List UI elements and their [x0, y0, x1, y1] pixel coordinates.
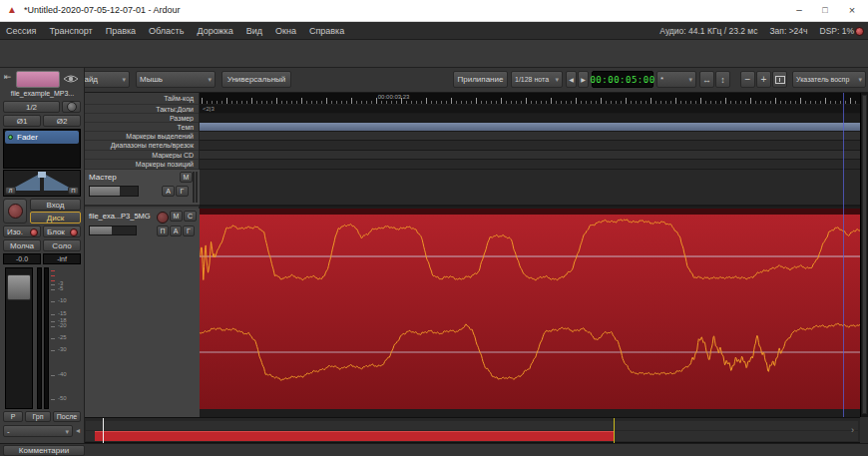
track-p-button[interactable]: П	[157, 226, 169, 236]
ruler-tick	[840, 101, 841, 104]
expand-tracks-h-button[interactable]: ↔	[699, 71, 714, 88]
collapse-strip-icon[interactable]: ◂	[76, 426, 80, 435]
ruler-strip-2[interactable]	[200, 114, 860, 123]
group-button[interactable]: Грп	[25, 411, 51, 422]
ruler-strip-1[interactable]: <2|3	[200, 105, 860, 114]
menu-item-транспорт[interactable]: Транспорт	[49, 26, 92, 36]
ruler-tick	[596, 101, 597, 104]
track-gain-gauge[interactable]	[89, 226, 137, 235]
meter-point-pre-button[interactable]: Р	[3, 411, 23, 422]
ruler-tick	[725, 98, 726, 104]
vertical-scrollbar[interactable]	[860, 93, 868, 417]
ruler-tick	[391, 101, 392, 104]
edit-point-dropdown[interactable]: Мышь▾	[136, 71, 216, 88]
ruler-tick	[246, 101, 247, 104]
session-overview[interactable]: ›	[85, 417, 860, 443]
track-solo-button[interactable]: С	[184, 211, 197, 222]
gain-display[interactable]: -0.0	[3, 253, 41, 264]
zoom-to-session-button[interactable]	[772, 71, 787, 88]
ruler-tick	[341, 101, 342, 104]
gain-fader[interactable]	[5, 267, 33, 409]
pan-control[interactable]: Л П	[3, 170, 81, 197]
snap-button[interactable]: Прилипание	[453, 71, 508, 88]
nudge-back-button[interactable]: ◀	[566, 71, 577, 88]
master-track-name[interactable]: Мастер	[89, 173, 117, 182]
ruler-tick	[655, 101, 656, 104]
ruler-strip-5[interactable]	[200, 141, 860, 151]
monitor-disk-button[interactable]: Диск	[30, 212, 81, 224]
master-a-button[interactable]: А	[162, 186, 175, 197]
overview-scroll-right-icon[interactable]: ›	[851, 425, 854, 435]
ruler-strip-4[interactable]	[200, 132, 860, 141]
ruler-tick	[775, 98, 776, 104]
overview-playhead[interactable]	[103, 418, 104, 444]
grid-dropdown[interactable]: 1/128 нота▾	[511, 71, 563, 88]
master-gain-gauge[interactable]	[89, 186, 139, 197]
pan-left-button[interactable]: Л	[5, 187, 16, 195]
phase-2-button[interactable]: Ø2	[43, 115, 81, 127]
ruler-strip-0[interactable]: 00:00:03:23	[200, 93, 860, 105]
gain-fader-thumb[interactable]	[7, 274, 31, 300]
processor-fader-entry[interactable]: Fader	[5, 131, 79, 144]
smart-mode-button[interactable]: Универсальный	[221, 71, 291, 88]
nudge-clock[interactable]: 00:00:05:00	[592, 71, 653, 88]
monitor-input-button[interactable]: Вход	[30, 199, 81, 211]
meter-point-post-button[interactable]: После	[53, 411, 81, 422]
meter-scale-label: -25	[58, 334, 67, 340]
ruler-strip-6[interactable]	[200, 151, 860, 160]
master-track-lane[interactable]	[200, 170, 860, 207]
eye-icon[interactable]	[63, 73, 79, 85]
ruler-strip-7[interactable]	[200, 160, 860, 170]
close-button[interactable]: ×	[838, 0, 866, 22]
ruler-tick	[790, 101, 791, 104]
audio-track-header[interactable]: file_exa...P3_5MG М С П А Г	[85, 209, 200, 417]
processor-box[interactable]: Fader	[3, 129, 81, 169]
zoom-in-button[interactable]: +	[756, 71, 771, 88]
strip-record-button[interactable]	[3, 199, 27, 224]
menu-item-окна[interactable]: Окна	[275, 26, 296, 36]
strip-mute-button[interactable]: Молча	[3, 239, 41, 251]
pan-right-button[interactable]: П	[68, 187, 79, 195]
zoom-focus-dropdown[interactable]: Указатель воспр▾	[792, 71, 866, 88]
menu-item-вид[interactable]: Вид	[246, 26, 262, 36]
master-track-header[interactable]: Мастер М А Г	[85, 170, 200, 207]
peak-display[interactable]: -inf	[43, 253, 81, 264]
track-color-swatch[interactable]	[16, 71, 60, 88]
isolate-button[interactable]: Изо.	[3, 226, 41, 237]
track-g-button[interactable]: Г	[183, 226, 195, 236]
trim-knob[interactable]	[62, 101, 81, 113]
maximize-button[interactable]: □	[812, 0, 838, 22]
output-dropdown[interactable]: -▾	[3, 425, 73, 437]
menu-item-область[interactable]: Область	[149, 26, 184, 36]
grid-value: 1/128 нота	[515, 76, 549, 83]
zoom-out-button[interactable]: −	[740, 71, 755, 88]
menu-item-правка[interactable]: Правка	[106, 26, 136, 36]
vertical-scrollbar-thumb[interactable]	[862, 95, 867, 414]
ruler-tick	[631, 101, 632, 104]
track-mute-button[interactable]: М	[170, 211, 183, 222]
meter-scale-tick	[51, 301, 55, 302]
phase-1-button[interactable]: Ø1	[3, 115, 41, 127]
io-button[interactable]: 1/2	[3, 101, 60, 113]
track-a-button[interactable]: А	[170, 226, 182, 236]
comments-button[interactable]: Комментарии	[3, 445, 85, 456]
editor-canvas[interactable]	[200, 170, 860, 417]
menu-item-сессия[interactable]: Сессия	[6, 26, 36, 36]
strip-solo-button[interactable]: Соло	[43, 239, 81, 251]
strip-track-name[interactable]: file_example_MP3...	[0, 90, 85, 97]
audio-track-name[interactable]: file_exa...P3_5MG	[89, 212, 151, 221]
track-record-led[interactable]	[157, 212, 169, 224]
dock-icon[interactable]: ⇤	[4, 72, 12, 82]
minimize-button[interactable]: –	[786, 0, 812, 22]
lock-button[interactable]: Блок	[43, 226, 81, 237]
audio-region[interactable]	[200, 209, 860, 409]
error-log-indicator[interactable]	[855, 27, 864, 36]
menu-item-справка[interactable]: Справка	[309, 26, 344, 36]
expand-tracks-v-button[interactable]: ↕	[715, 71, 730, 88]
master-mute-button[interactable]: М	[180, 172, 193, 183]
ruler-strip-3[interactable]	[200, 123, 860, 132]
marker-select-dropdown[interactable]: *▾	[656, 71, 696, 88]
menu-item-дорожка[interactable]: Дорожка	[197, 26, 232, 36]
nudge-forward-button[interactable]: ▶	[578, 71, 589, 88]
master-g-button[interactable]: Г	[176, 186, 189, 197]
